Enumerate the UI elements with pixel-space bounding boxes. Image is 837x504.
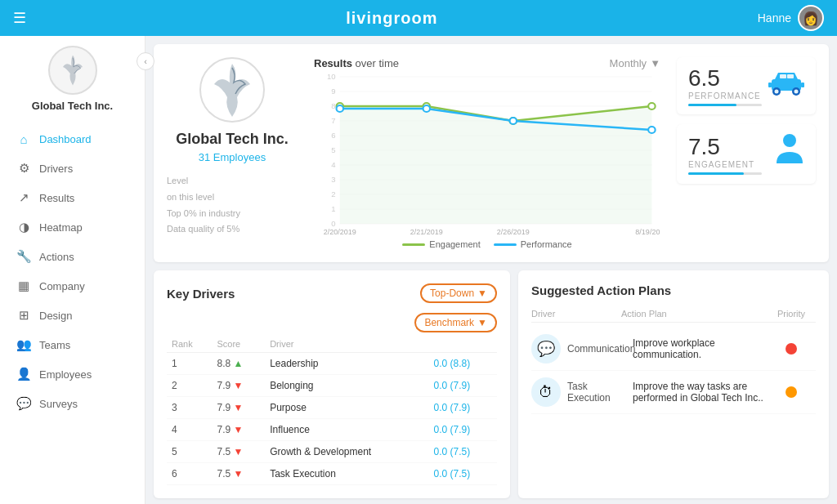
score-cell: 7.9 ▼ (212, 419, 265, 441)
sidebar-item-label: Surveys (39, 398, 78, 410)
rank-cell: 1 (167, 353, 212, 375)
engagement-bar (688, 172, 762, 175)
svg-point-29 (423, 105, 430, 112)
svg-text:2/26/2019: 2/26/2019 (497, 228, 530, 236)
engagement-value: 7.5 (688, 134, 762, 160)
user-avatar[interactable]: 👩 (798, 5, 824, 31)
sidebar-item-label: Company (39, 280, 85, 292)
chart-title: Results over time (314, 57, 399, 69)
menu-icon[interactable]: ☰ (13, 9, 26, 27)
sidebar-item-results[interactable]: ↗ Results (0, 183, 145, 212)
on-level: on this level (167, 190, 298, 206)
actions-col-headers: Driver Action Plan Priority (531, 306, 816, 323)
driver-name-cell: Task Execution (265, 463, 428, 485)
surveys-icon: 💬 (16, 396, 31, 411)
sidebar-item-teams[interactable]: 👥 Teams (0, 330, 145, 359)
svg-text:0: 0 (331, 220, 335, 228)
company-meta: Level on this level Top 0% in industry D… (167, 173, 298, 238)
action-priority-col (767, 343, 816, 355)
engagement-bar-fill (688, 172, 744, 175)
benchmark-cell: 0.0 (7.9) (428, 375, 497, 397)
action-plan-text: Improve the way tasks are performed in G… (633, 381, 767, 404)
table-row: 2 7.9 ▼ Belonging 0.0 (7.9) (167, 375, 497, 397)
main-layout: ‹ Global Tech Inc. ⌂ Dashboard ⚙ Drivers… (0, 36, 837, 504)
table-row: 6 7.5 ▼ Task Execution 0.0 (7.5) (167, 463, 497, 485)
sidebar-item-design[interactable]: ⊞ Design (0, 301, 145, 330)
sidebar-item-drivers[interactable]: ⚙ Drivers (0, 154, 145, 183)
person-icon (775, 132, 804, 176)
user-name: Hanne (758, 11, 791, 25)
engagement-label: ENGAGEMENT (688, 160, 762, 169)
col-priority-header: Priority (767, 309, 816, 319)
company-logo (199, 57, 265, 123)
drivers-icon: ⚙ (16, 161, 31, 176)
trend-down-icon: ▼ (234, 402, 244, 413)
table-row: 3 7.9 ▼ Purpose 0.0 (7.9) (167, 397, 497, 419)
svg-point-30 (510, 118, 517, 124)
svg-text:4: 4 (331, 161, 335, 169)
col-rank: Rank (167, 336, 212, 353)
table-row: 5 7.5 ▼ Growth & Development 0.0 (7.5) (167, 441, 497, 463)
benchmark-cell: 0.0 (8.8) (428, 353, 497, 375)
trend-down-icon: ▼ (234, 424, 244, 435)
data-quality: Data quality of 5% (167, 221, 298, 238)
svg-rect-44 (768, 83, 772, 87)
score-cell: 8.8 ▲ (212, 353, 265, 375)
rank-cell: 4 (167, 419, 212, 441)
svg-text:9: 9 (331, 87, 335, 96)
org-logo (48, 46, 97, 95)
driver-name-cell: Belonging (265, 375, 428, 397)
sidebar-item-actions[interactable]: 🔧 Actions (0, 242, 145, 271)
col-score: Score (212, 336, 265, 353)
trend-down-icon: ▼ (234, 446, 244, 457)
company-info: Global Tech Inc. 31 Employees Level on t… (167, 57, 298, 238)
monthly-dropdown[interactable]: Monthly ▼ (610, 57, 660, 69)
key-drivers-title: Key Drivers (167, 287, 235, 301)
action-priority-col (767, 386, 816, 398)
sidebar-item-dashboard[interactable]: ⌂ Dashboard (0, 125, 145, 154)
sidebar-item-employees[interactable]: 👤 Employees (0, 359, 145, 389)
kpi-cards: 6.5 PERFORMANCE (677, 57, 816, 184)
svg-point-28 (337, 105, 343, 112)
trend-down-icon: ▼ (234, 380, 244, 391)
benchmark-button[interactable]: Benchmark ▼ (414, 313, 497, 332)
industry-top: Top 0% in industry (167, 206, 298, 222)
priority-dot (786, 386, 797, 398)
action-driver-name: Task Execution (567, 381, 633, 404)
score-cell: 7.9 ▼ (212, 397, 265, 419)
col-driver: Driver (265, 336, 428, 353)
table-row: 1 8.8 ▲ Leadership 0.0 (8.8) (167, 353, 497, 375)
svg-text:10: 10 (327, 73, 336, 81)
action-plan-text: Improve workplace communication. (633, 337, 767, 360)
drivers-table: Rank Score Driver 1 8.8 ▲ Leadership 0.0… (167, 336, 497, 485)
svg-text:1: 1 (331, 205, 335, 213)
top-down-button[interactable]: Top-Down ▼ (420, 283, 497, 303)
col-action-header: Action Plan (621, 309, 767, 319)
engagement-kpi-info: 7.5 ENGAGEMENT (688, 134, 762, 175)
company-icon: ▦ (16, 279, 31, 293)
sidebar-item-surveys[interactable]: 💬 Surveys (0, 389, 145, 418)
score-cell: 7.5 ▼ (212, 441, 265, 463)
driver-name-cell: Influence (265, 419, 428, 441)
sidebar-item-heatmap[interactable]: ◑ Heatmap (0, 212, 145, 242)
benchmark-cell: 0.0 (7.9) (428, 419, 497, 441)
engagement-legend-label: Engagement (429, 239, 480, 249)
rank-cell: 2 (167, 375, 212, 397)
sidebar-collapse-button[interactable]: ‹ (137, 52, 154, 70)
sidebar-item-company[interactable]: ▦ Company (0, 271, 145, 301)
table-row: 4 7.9 ▼ Influence 0.0 (7.9) (167, 419, 497, 441)
sidebar-item-label: Design (39, 310, 72, 322)
engagement-legend-line (402, 243, 425, 246)
engagement-kpi: 7.5 ENGAGEMENT (677, 124, 816, 184)
benchmark-row: Benchmark ▼ (167, 313, 497, 332)
sidebar-item-label: Dashboard (39, 133, 92, 145)
bottom-row: Key Drivers Top-Down ▼ Benchmark ▼ (154, 270, 829, 498)
benchmark-cell: 0.0 (7.9) (428, 397, 497, 419)
performance-bar-fill (688, 104, 736, 106)
svg-text:8/19/2019: 8/19/2019 (635, 228, 660, 236)
svg-text:8: 8 (331, 102, 335, 110)
driver-name-cell: Growth & Development (265, 441, 428, 463)
sidebar-item-label: Actions (39, 251, 74, 263)
svg-rect-39 (787, 74, 794, 78)
chart-header: Results over time Monthly ▼ (314, 57, 660, 69)
